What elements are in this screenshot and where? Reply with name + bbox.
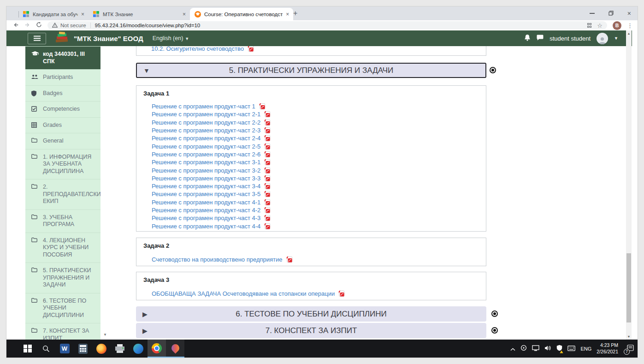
resource-link[interactable]: Решение с програмен продукт-част 2-1 bbox=[152, 111, 260, 118]
user-name[interactable]: student student bbox=[549, 35, 591, 42]
section-6-highlight-icon[interactable] bbox=[491, 310, 498, 317]
sidebar-item[interactable]: 5. ПРАКТИЧЕСКИ УПРАЖНЕНИЯ И ЗАДАЧИ bbox=[25, 263, 100, 293]
resource-link[interactable]: Решение с програмен продукт-част 1 bbox=[152, 103, 255, 110]
section-7-header[interactable]: ▶ 7. КОНСПЕКТ ЗА ИЗПИТ bbox=[136, 323, 486, 338]
resource-link[interactable]: Решение с програмен продукт-част 2-6 bbox=[152, 151, 260, 158]
tray-security-shield-icon[interactable] bbox=[556, 345, 562, 353]
taskbar-item-word[interactable]: W bbox=[55, 340, 74, 358]
resource-link[interactable]: Решение с програмен продукт-част 2-3 bbox=[152, 127, 260, 134]
resource-link[interactable]: Решение с програмен продукт-част 4-3 bbox=[152, 215, 260, 221]
resource-link[interactable]: Счетоводство на производствено предприят… bbox=[152, 256, 283, 263]
resource-link[interactable]: Решение с програмен продукт-част 3-2 bbox=[152, 167, 260, 174]
taskbar-item-edge[interactable] bbox=[129, 340, 148, 358]
resource-link[interactable]: Решение с програмен продукт-част 4-4 bbox=[152, 223, 260, 230]
drawer-scroll-down-icon[interactable]: ▼ bbox=[103, 333, 107, 337]
resource-link[interactable]: Решение с програмен продукт-част 3-4 bbox=[152, 183, 260, 190]
back-icon[interactable] bbox=[13, 21, 19, 30]
expand-triangle-icon[interactable]: ▶ bbox=[142, 327, 148, 334]
collapse-triangle-icon[interactable]: ▼ bbox=[143, 67, 150, 74]
browser-tab[interactable]: МТК Знание × bbox=[89, 8, 190, 20]
resource-link[interactable]: Решение с програмен продукт-част 3-3 bbox=[152, 175, 260, 182]
sidebar-item[interactable]: код 3440301, III СПК bbox=[25, 46, 100, 69]
resource-link[interactable]: Решение с програмен продукт-част 3-1 bbox=[152, 159, 260, 166]
restore-icon[interactable] bbox=[609, 9, 614, 18]
resource-link[interactable]: Решение с програмен продукт-част 2-2 bbox=[152, 119, 260, 126]
tray-app-circle-icon[interactable] bbox=[520, 345, 527, 353]
sidebar-item[interactable]: 1. ИНФОРМАЦИЯ ЗА УЧЕБНАТА ДИСЦИПЛИНА bbox=[25, 149, 100, 179]
section-5-header[interactable]: ▼ 5. ПРАКТИЧЕСКИ УПРАЖНЕНИЯ И ЗАДАЧИ bbox=[136, 63, 486, 78]
tray-time: 4:23 PM bbox=[597, 342, 618, 349]
site-logo[interactable] bbox=[54, 31, 69, 45]
site-title[interactable]: "МТК Знание" ЕООД bbox=[74, 35, 143, 42]
user-menu-chevron-icon[interactable]: ▼ bbox=[614, 36, 618, 41]
scrollbar-thumb[interactable] bbox=[626, 253, 631, 322]
resource-link-row: Решение с програмен продукт-част 3-4 bbox=[152, 182, 479, 190]
pdf-icon bbox=[264, 135, 271, 142]
sidebar-item[interactable]: Competencies bbox=[25, 101, 100, 117]
section-7-highlight-icon[interactable] bbox=[491, 327, 498, 334]
taskbar-item-firefox[interactable] bbox=[92, 340, 111, 358]
tab-close-icon[interactable]: × bbox=[81, 12, 84, 17]
notifications-bell-icon[interactable] bbox=[524, 34, 531, 43]
taskbar-item-calculator[interactable] bbox=[74, 340, 92, 358]
resource-link[interactable]: Решение с програмен продукт-част 2-4 bbox=[152, 135, 260, 142]
page-scrollbar[interactable]: ▲ ▼ bbox=[626, 30, 632, 340]
sidebar-item[interactable]: Badges bbox=[25, 85, 100, 101]
scroll-up-icon[interactable]: ▲ bbox=[626, 32, 632, 35]
new-tab-button[interactable]: + bbox=[293, 10, 297, 17]
browser-tab[interactable]: Кандидати за обучение × bbox=[18, 8, 89, 20]
browser-tab[interactable]: Course: Оперативно счетоводст × bbox=[190, 8, 293, 20]
notification-center-icon[interactable]: 7 bbox=[627, 345, 634, 353]
user-avatar[interactable] bbox=[597, 33, 608, 44]
taskbar-item-chrome-active[interactable] bbox=[148, 340, 166, 358]
task-3-links: ОБОБЩАВАЩА ЗАДАЧА Осчетоводяване на стоп… bbox=[143, 290, 479, 298]
resource-link[interactable]: 10.2. Осигурително счетоводство bbox=[151, 45, 244, 52]
resource-link[interactable]: ОБОБЩАВАЩА ЗАДАЧА Осчетоводяване на стоп… bbox=[152, 290, 335, 297]
tray-keyboard-icon[interactable] bbox=[567, 345, 575, 353]
browser-profile-avatar[interactable]: B bbox=[613, 21, 621, 30]
resource-link[interactable]: Решение с програмен продукт-част 2-5 bbox=[152, 143, 260, 150]
sidebar-item[interactable]: 3. УЧЕБНА ПРОГРАМА bbox=[25, 209, 100, 233]
resource-link-row: Решение с програмен продукт-част 3-5 bbox=[152, 190, 479, 198]
url-text[interactable]: 95.43.224.16/moodle/course/view.php?id=1… bbox=[95, 23, 587, 28]
section-5-highlight-icon[interactable] bbox=[490, 67, 496, 73]
sidebar-item[interactable]: General bbox=[25, 133, 100, 149]
sidebar-item[interactable]: 7. КОНСПЕКТ ЗА ИЗПИТ bbox=[25, 323, 100, 340]
not-secure-warning-icon[interactable] bbox=[52, 23, 58, 29]
sidebar-item[interactable]: 6. ТЕСТОВЕ ПО УЧЕБНИ ДИСЦИПЛИНИ bbox=[25, 293, 100, 323]
reload-icon[interactable] bbox=[36, 21, 42, 30]
address-bar[interactable]: Not secure 95.43.224.16/moodle/course/vi… bbox=[47, 21, 607, 30]
omnibox-apps-icon[interactable] bbox=[587, 23, 592, 28]
sidebar-item[interactable]: Grades bbox=[25, 117, 100, 133]
taskbar-item-droplet[interactable] bbox=[166, 340, 184, 358]
expand-triangle-icon[interactable]: ▶ bbox=[142, 310, 148, 318]
browser-menu-icon[interactable]: ⋮ bbox=[627, 22, 633, 29]
tray-display-icon[interactable] bbox=[532, 345, 539, 353]
taskbar-item-devices[interactable] bbox=[111, 340, 129, 358]
tray-volume-icon[interactable] bbox=[544, 345, 551, 353]
minimize-icon[interactable] bbox=[590, 13, 595, 14]
tray-chevron-up-icon[interactable] bbox=[510, 345, 515, 353]
resource-link[interactable]: Решение с програмен продукт-част 4-2 bbox=[152, 207, 260, 214]
menu-hamburger-button[interactable] bbox=[28, 33, 46, 44]
tray-clock[interactable]: 4:23 PM 2/26/2021 bbox=[597, 342, 618, 355]
messages-icon[interactable] bbox=[537, 34, 544, 42]
scroll-down-icon[interactable]: ▼ bbox=[626, 335, 632, 338]
tray-language[interactable]: ENG bbox=[580, 346, 591, 352]
resource-link-row: ОБОБЩАВАЩА ЗАДАЧА Осчетоводяване на стоп… bbox=[152, 290, 479, 298]
tab-close-icon[interactable]: × bbox=[286, 12, 289, 17]
language-menu[interactable]: English (en)▼ bbox=[153, 35, 189, 42]
start-button[interactable] bbox=[18, 340, 37, 358]
sidebar-item[interactable]: 2. ПРЕПОДАВАТЕЛСКИ ЕКИП bbox=[25, 179, 100, 209]
bookmark-star-icon[interactable]: ☆ bbox=[597, 22, 603, 29]
tab-close-icon[interactable]: × bbox=[183, 12, 186, 17]
security-label[interactable]: Not secure bbox=[60, 23, 86, 28]
sidebar-item[interactable]: Participants bbox=[25, 69, 100, 85]
resource-link[interactable]: Решение с програмен продукт-част 3-5 bbox=[152, 191, 260, 197]
forward-icon[interactable] bbox=[24, 21, 30, 30]
search-button[interactable] bbox=[37, 340, 55, 358]
resource-link[interactable]: Решение с програмен продукт-част 4-1 bbox=[152, 199, 260, 206]
close-icon[interactable]: × bbox=[627, 10, 631, 17]
sidebar-item[interactable]: 4. ЛЕКЦИОНЕН КУРС И УЧЕБНИ ПОСОБИЯ bbox=[25, 233, 100, 263]
section-6-header[interactable]: ▶ 6. ТЕСТОВЕ ПО УЧЕБНИ ДИСЦИПЛИНИ bbox=[136, 306, 486, 322]
